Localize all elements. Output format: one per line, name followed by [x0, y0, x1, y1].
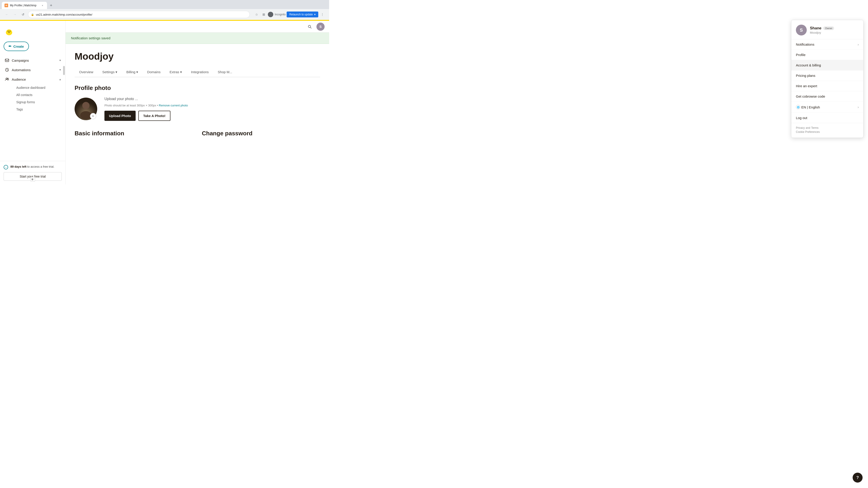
- photo-edit-btn[interactable]: ✏: [90, 113, 96, 119]
- photo-buttons: Upload Photo Take A Photo!: [104, 111, 188, 121]
- reload-btn[interactable]: ↺: [20, 11, 26, 18]
- trial-clock-icon: ○: [4, 165, 8, 169]
- sidebar-item-campaigns[interactable]: Campaigns ▾: [0, 56, 65, 65]
- profile-photo-section-title: Profile photo: [74, 85, 320, 92]
- change-password-section: Change password: [202, 130, 320, 137]
- tab-favicon: M: [4, 4, 8, 7]
- svg-point-3: [9, 31, 10, 32]
- relaunch-btn[interactable]: Relaunch to update ▾: [287, 11, 318, 18]
- url-text: us21.admin.mailchimp.com/account/profile…: [36, 13, 92, 16]
- search-btn[interactable]: [306, 23, 314, 31]
- incognito-indicator: Incognito: [268, 12, 286, 17]
- browser-menu-btn[interactable]: ⋮: [319, 11, 326, 18]
- svg-point-10: [82, 102, 90, 109]
- sidebar-logo: [0, 24, 65, 41]
- tab-overview[interactable]: Overview: [74, 67, 98, 77]
- trial-info: ○ 89 days left to access a free trial.: [4, 165, 62, 169]
- collapse-sidebar-btn[interactable]: [31, 177, 35, 182]
- trial-text: 89 days left to access a free trial.: [10, 165, 54, 169]
- main-content: Notification settings saved Moodjoy Over…: [66, 33, 329, 184]
- campaigns-chevron: ▾: [59, 59, 61, 62]
- address-bar[interactable]: 🔒 us21.admin.mailchimp.com/account/profi…: [28, 11, 250, 18]
- browser-chrome: M My Profile | Mailchimp × + ← → ↺ 🔒 us2…: [0, 0, 329, 21]
- profile-photo-section: ✏ Upload your photo ... Photo should be …: [74, 97, 320, 121]
- incognito-label: Incognito: [275, 13, 286, 16]
- tab-close-btn[interactable]: ×: [41, 4, 44, 7]
- tab-integrations[interactable]: Integrations: [186, 67, 213, 77]
- tab-bar: M My Profile | Mailchimp × +: [0, 0, 329, 9]
- page-title: Moodjoy: [74, 51, 320, 62]
- basic-info-title: Basic information: [74, 130, 193, 137]
- campaigns-label: Campaigns: [12, 59, 57, 62]
- content-tabs: Overview Settings ▾ Billing ▾ Domains Ex…: [74, 67, 320, 77]
- sidebar-item-contacts[interactable]: All contacts: [12, 91, 65, 98]
- active-tab[interactable]: M My Profile | Mailchimp ×: [2, 2, 47, 9]
- nav-bar: ← → ↺ 🔒 us21.admin.mailchimp.com/account…: [0, 9, 329, 20]
- photo-wrapper: ✏: [74, 98, 97, 120]
- campaigns-icon: [4, 58, 9, 63]
- two-col-section: Basic information Change password: [74, 130, 320, 137]
- take-photo-btn[interactable]: Take A Photo!: [138, 111, 170, 121]
- mailchimp-logo: [4, 27, 13, 36]
- sidebar-item-audience[interactable]: Audience ▴: [0, 74, 65, 84]
- svg-point-7: [7, 78, 8, 79]
- audience-subitems: Audience dashboard All contacts Signup f…: [0, 84, 65, 115]
- tab-shop[interactable]: Shop M...: [213, 67, 237, 77]
- upload-photo-btn[interactable]: Upload Photo: [104, 111, 135, 121]
- photo-hint: Photo should be at least 300px × 300px •…: [104, 104, 188, 107]
- audience-label: Audience: [12, 77, 57, 81]
- content-area: Moodjoy Overview Settings ▾ Billing ▾ Do…: [66, 44, 329, 144]
- sidebar-item-dashboard[interactable]: Audience dashboard: [12, 84, 65, 91]
- svg-point-8: [308, 25, 311, 28]
- automations-icon: [4, 67, 9, 72]
- relaunch-label: Relaunch to update: [289, 13, 313, 16]
- audience-chevron: ▴: [59, 78, 61, 81]
- top-bar: S: [66, 21, 329, 33]
- tab-billing[interactable]: Billing ▾: [122, 67, 143, 77]
- lock-icon: 🔒: [31, 13, 34, 16]
- sidebar-item-tags[interactable]: Tags: [12, 106, 65, 113]
- svg-point-1: [6, 29, 12, 34]
- incognito-icon: [268, 12, 273, 17]
- svg-point-2: [8, 31, 8, 32]
- create-icon: ✏: [8, 44, 11, 48]
- sidebar-item-signup[interactable]: Signup forms: [12, 98, 65, 106]
- tab-settings[interactable]: Settings ▾: [98, 67, 122, 77]
- remove-photo-link[interactable]: Remove current photo: [159, 104, 188, 107]
- extensions-btn[interactable]: ⊞: [260, 11, 267, 18]
- notification-bar: Notification settings saved: [66, 33, 329, 44]
- notification-text: Notification settings saved: [71, 36, 110, 40]
- top-actions: S: [306, 23, 324, 31]
- app-layout: ✏ ✏ Create Create Campaigns ▾ Automation…: [0, 21, 329, 184]
- svg-rect-4: [5, 59, 9, 62]
- tab-extras[interactable]: Extras ▾: [165, 67, 186, 77]
- automations-label: Automations: [12, 68, 57, 72]
- forward-btn[interactable]: →: [12, 11, 18, 18]
- svg-point-6: [6, 78, 7, 79]
- photo-actions: Upload your photo ... Photo should be at…: [104, 97, 188, 121]
- automations-chevron: ▾: [59, 68, 61, 71]
- basic-info-section: Basic information: [74, 130, 193, 137]
- sidebar-item-automations[interactable]: Automations ▾: [0, 65, 65, 74]
- sidebar: ✏ ✏ Create Create Campaigns ▾ Automation…: [0, 21, 66, 184]
- change-password-title: Change password: [202, 130, 320, 137]
- back-btn[interactable]: ←: [4, 11, 10, 18]
- sidebar-scroll: ✏ ✏ Create Create Campaigns ▾ Automation…: [0, 21, 65, 161]
- trial-suffix: to access a free trial.: [26, 165, 55, 168]
- nav-actions: ☆ ⊞ Incognito Relaunch to update ▾ ⋮: [253, 11, 326, 18]
- trial-days: 89 days left: [10, 165, 26, 168]
- audience-icon: [4, 77, 9, 82]
- create-btn[interactable]: ✏ ✏ Create Create: [4, 41, 29, 51]
- photo-upload-text: Upload your photo ...: [104, 97, 188, 101]
- sidebar-scrollbar: [63, 66, 65, 75]
- relaunch-menu-icon: ▾: [314, 13, 315, 16]
- tab-title: My Profile | Mailchimp: [10, 4, 36, 7]
- new-tab-btn[interactable]: +: [48, 2, 54, 8]
- tab-domains[interactable]: Domains: [143, 67, 165, 77]
- user-avatar-btn[interactable]: S: [316, 23, 324, 31]
- bookmark-btn[interactable]: ☆: [253, 11, 260, 18]
